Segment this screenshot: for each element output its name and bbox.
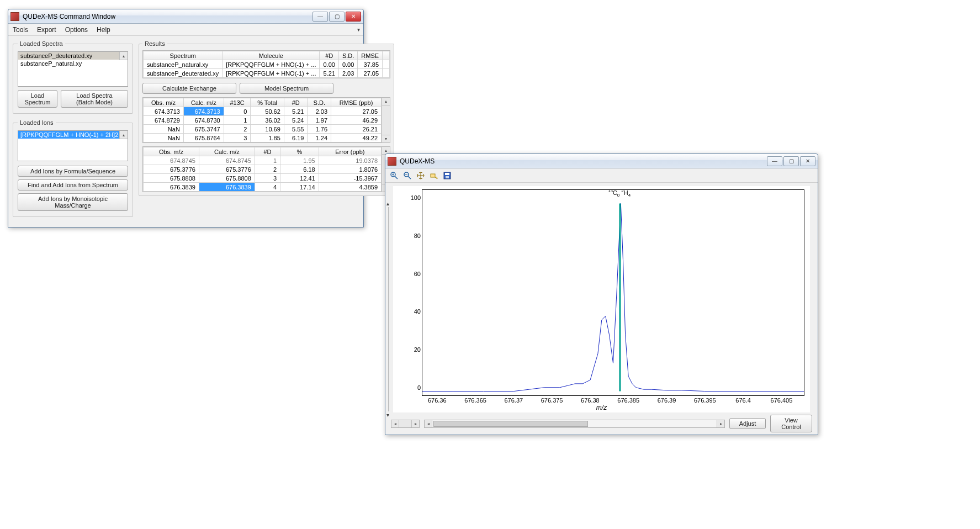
scrollbar[interactable]: ▴ ▾ [382,98,390,142]
scroll-up-icon[interactable]: ▴ [119,52,128,60]
view-control-button[interactable]: View Control [770,415,812,432]
slider-up-icon[interactable]: ▴ [386,200,389,207]
scroll-left-icon[interactable]: ◂ [391,420,399,427]
scroll-right-icon[interactable]: ▸ [717,420,724,427]
table-row[interactable]: NaN675.876431.856.191.2449.22 [144,134,390,142]
save-icon[interactable] [442,170,453,181]
menu-export[interactable]: Export [37,26,56,34]
zoom-in-icon[interactable] [389,170,400,181]
isotope-table[interactable]: Obs. m/z Calc. m/z #13C % Total #D S.D. … [143,98,390,142]
svg-rect-9 [445,173,449,175]
loaded-ions-legend: Loaded Ions [18,119,56,126]
minimize-button[interactable]: — [312,12,328,22]
col-obs[interactable]: Obs. m/z [144,98,184,107]
menu-expand-icon[interactable]: ▾ [357,27,360,33]
col-pct[interactable]: % [280,147,319,156]
table-row[interactable]: 675.3776675.377626.181.8076 [144,165,390,174]
close-button[interactable]: ✕ [800,156,815,166]
table-header-row: Spectrum Molecule #D S.D. RMSE [144,51,390,60]
x-tick: 676.375 [541,397,563,404]
table-row[interactable]: NaN675.3747210.695.551.7626.21 [144,125,390,134]
loaded-ions-list[interactable]: [RPKPQQFFGLM + HNO(-1) + 2H]2+ ▴ [18,130,128,161]
zoom-out-icon[interactable] [402,170,413,181]
figure-toolbar [385,168,818,183]
y-tick: 80 [414,232,421,239]
table-row[interactable]: 675.8808675.8808312.41-15.3967 [144,174,390,183]
peak-annotation: 13C0 2H4 [608,188,631,198]
slider-down-icon[interactable]: ▾ [386,412,389,418]
maximize-button[interactable]: ▢ [329,12,345,22]
table-row[interactable]: 674.3713674.3713050.625.212.0327.05 [144,107,390,116]
table-row[interactable]: substanceP_deuterated.xy [RPKPQQFFGLM + … [144,69,390,78]
nav-mini-scroll[interactable]: ◂ ▸ [391,420,420,428]
scroll-down-icon[interactable]: ▾ [382,135,390,142]
x-tick: 676.4 [735,397,751,404]
results-table[interactable]: Spectrum Molecule #D S.D. RMSE substance… [143,51,390,78]
titlebar[interactable]: QUDeX-MS Command Window — ▢ ✕ [8,9,363,24]
col-pct[interactable]: % Total [251,98,284,107]
peak-table[interactable]: Obs. m/z Calc. m/z #D % Error (ppb) 674.… [143,147,390,192]
col-calc[interactable]: Calc. m/z [183,98,224,107]
scroll-up-icon[interactable]: ▴ [382,98,390,105]
plot-frame [422,189,804,396]
list-item[interactable]: substanceP_natural.xy [18,60,128,67]
menu-tools[interactable]: Tools [13,26,28,34]
col-nd[interactable]: #D [255,147,280,156]
y-tick: 20 [414,346,421,353]
scroll-right-icon[interactable]: ▸ [411,420,419,427]
add-ions-mass-button[interactable]: Add Ions by Monoisotopic Mass/Charge [18,193,128,211]
col-rmse[interactable]: RMSE (ppb) [331,98,382,107]
spectrum-line [422,190,804,395]
scroll-up-icon[interactable]: ▴ [119,131,128,139]
load-spectrum-button[interactable]: Load Spectrum [18,90,57,108]
col-nd[interactable]: #D [284,98,308,107]
col-13c[interactable]: #13C [224,98,251,107]
intensity-slider[interactable]: ▴ ▾ [385,203,392,416]
col-obs[interactable]: Obs. m/z [144,147,199,156]
table-row[interactable]: 676.3839676.3839417.144.3859 [144,183,390,192]
x-tick: 676.365 [464,397,486,404]
model-spectrum-button[interactable]: Model Spectrum [240,83,333,94]
loaded-spectra-list[interactable]: substanceP_deuterated.xy substanceP_natu… [18,51,128,87]
scroll-left-icon[interactable]: ◂ [425,420,432,427]
maximize-button[interactable]: ▢ [783,156,799,166]
table-row[interactable]: 674.8745674.874511.9519.0378 [144,156,390,165]
adjust-button[interactable]: Adjust [729,418,766,429]
x-tick: 676.38 [581,397,600,404]
window-title: QUDeX-MS Command Window [23,13,311,20]
list-item[interactable]: [RPKPQQFFGLM + HNO(-1) + 2H]2+ [18,131,128,139]
col-err[interactable]: Error (ppb) [319,147,381,156]
spectrum-plot[interactable]: 020406080100 676.36676.365676.37676.3756… [393,186,810,412]
col-molecule[interactable]: Molecule [223,51,320,60]
svg-rect-10 [446,176,449,178]
menu-options[interactable]: Options [65,26,88,34]
calculate-exchange-button[interactable]: Calculate Exchange [142,83,236,94]
find-add-ions-button[interactable]: Find and Add Ions from Spectrum [18,179,128,191]
x-tick: 676.36 [428,397,447,404]
load-spectra-batch-button[interactable]: Load Spectra (Batch Mode) [61,90,128,108]
y-tick: 0 [417,384,421,391]
y-tick: 60 [414,271,421,277]
data-cursor-icon[interactable] [428,170,439,181]
titlebar[interactable]: QUDeX-MS — ▢ ✕ [385,154,818,168]
table-row[interactable]: substanceP_natural.xy [RPKPQQFFGLM + HNO… [144,60,390,69]
col-sd[interactable]: S.D. [338,51,357,60]
close-button[interactable]: ✕ [346,12,361,22]
minimize-button[interactable]: — [767,156,782,166]
window-title: QUDeX-MS [400,157,766,165]
loaded-ions-group: Loaded Ions [RPKPQQFFGLM + HNO(-1) + 2H]… [13,119,133,217]
mz-scrollbar[interactable]: ◂ ▸ [424,420,725,428]
menu-help[interactable]: Help [97,26,110,34]
col-rmse[interactable]: RMSE [358,51,383,60]
list-item[interactable]: substanceP_deuterated.xy [18,52,128,60]
scrollbar-thumb[interactable] [433,421,588,427]
col-spectrum[interactable]: Spectrum [144,51,223,60]
col-sd[interactable]: S.D. [308,98,331,107]
add-ions-formula-button[interactable]: Add Ions by Formula/Sequence [18,166,128,177]
col-nd[interactable]: #D [320,51,338,60]
table-row[interactable]: 674.8729674.8730136.025.241.9746.29 [144,116,390,125]
svg-line-5 [408,176,411,179]
x-tick: 676.395 [694,397,716,404]
col-calc[interactable]: Calc. m/z [199,147,255,156]
pan-icon[interactable] [415,170,426,181]
